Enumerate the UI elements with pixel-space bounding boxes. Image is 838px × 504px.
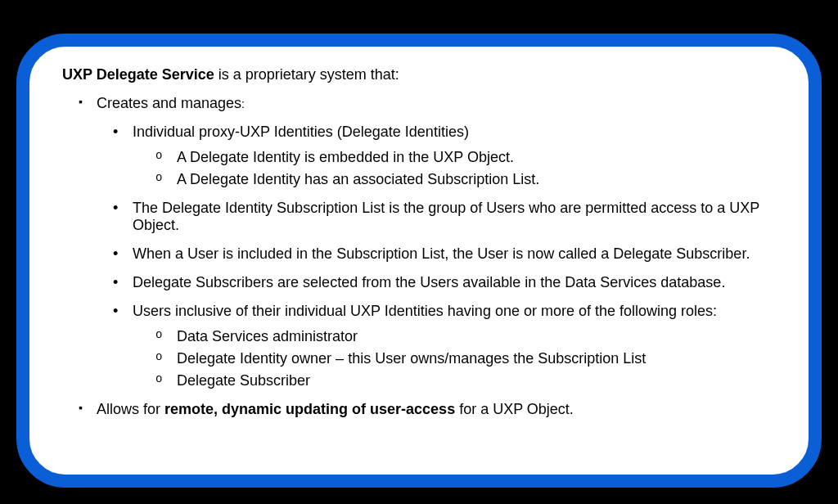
bullet-role-admin: Data Services administrator bbox=[155, 328, 776, 345]
s1-text: Individual proxy-UXP Identities (Delegat… bbox=[133, 124, 469, 140]
bullet-allows-for: Allows for remote, dynamic updating of u… bbox=[79, 401, 776, 418]
b2-suffix: for a UXP Object. bbox=[455, 401, 574, 417]
bullet-embedded: A Delegate Identity is embedded in the U… bbox=[155, 149, 776, 166]
intro-suffix: is a proprietary system that: bbox=[214, 66, 399, 83]
bullet-list-level3-a: A Delegate Identity is embedded in the U… bbox=[133, 149, 776, 188]
bullet-selected-from: Delegate Subscribers are selected from t… bbox=[113, 274, 776, 291]
b2-prefix: Allows for bbox=[97, 401, 164, 417]
s5-text: Users inclusive of their individual UXP … bbox=[133, 303, 717, 319]
bullet-group-users: The Delegate Identity Subscription List … bbox=[113, 200, 776, 234]
info-card: UXP Delegate Service is a proprietary sy… bbox=[16, 34, 822, 488]
bullet-list-level2-a: Individual proxy-UXP Identities (Delegat… bbox=[97, 124, 776, 389]
bullet-proxy-identities: Individual proxy-UXP Identities (Delegat… bbox=[113, 124, 776, 188]
bullet-subscription-list: A Delegate Identity has an associated Su… bbox=[155, 171, 776, 188]
bullet-list-level3-b: Data Services administrator Delegate Ide… bbox=[133, 328, 776, 389]
bullet-roles: Users inclusive of their individual UXP … bbox=[113, 303, 776, 389]
bullet-delegate-subscriber: When a User is included in the Subscript… bbox=[113, 245, 776, 263]
b1-colon: : bbox=[241, 97, 245, 110]
b1-text: Creates and manages bbox=[97, 95, 241, 111]
bullet-role-subscriber: Delegate Subscriber bbox=[155, 372, 776, 389]
bullet-list-level1: Creates and manages: Individual proxy-UX… bbox=[62, 95, 776, 418]
bullet-role-owner: Delegate Identity owner – this User owns… bbox=[155, 350, 776, 367]
bullet-creates-manages: Creates and manages: Individual proxy-UX… bbox=[79, 95, 776, 389]
intro-title: UXP Delegate Service bbox=[62, 66, 214, 83]
intro-text: UXP Delegate Service is a proprietary sy… bbox=[62, 66, 776, 83]
b2-bold: remote, dynamic updating of user-access bbox=[164, 401, 455, 417]
